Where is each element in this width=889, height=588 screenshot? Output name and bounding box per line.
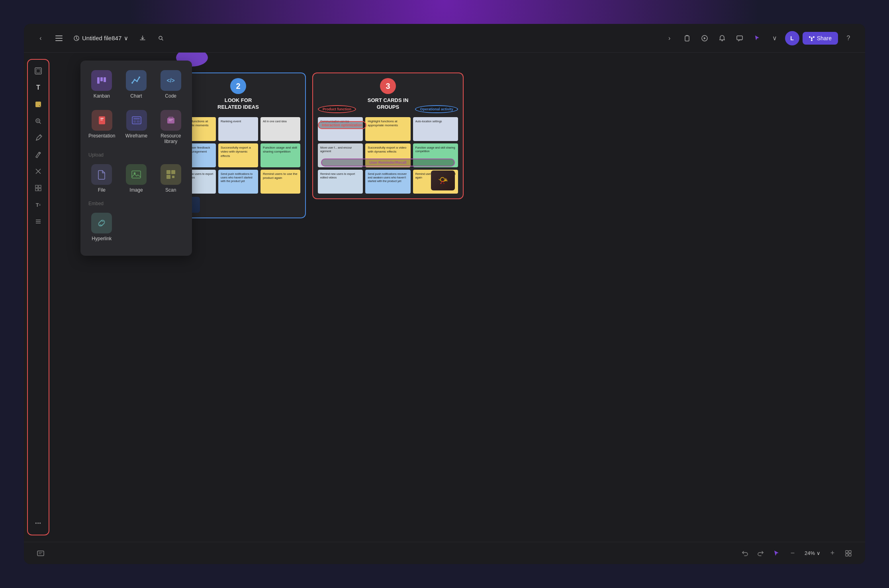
svg-rect-37 bbox=[132, 117, 141, 124]
hyperlink-icon bbox=[91, 213, 112, 233]
expand-button[interactable]: ∨ bbox=[768, 31, 782, 45]
insert-dropdown: Kanban Chart bbox=[80, 61, 192, 256]
svg-rect-39 bbox=[133, 120, 136, 123]
dropdown-apps-grid: Kanban Chart bbox=[87, 67, 186, 102]
svg-point-32 bbox=[136, 80, 138, 82]
kanban-label: Kanban bbox=[94, 93, 110, 99]
app-window: ‹ Untitled file847 ∨ › bbox=[24, 24, 865, 564]
board-3-number: 3 bbox=[380, 78, 396, 94]
svg-point-33 bbox=[139, 76, 140, 78]
toolbar-list[interactable] bbox=[30, 214, 46, 229]
dropdown-chart[interactable]: Chart bbox=[121, 67, 151, 102]
svg-rect-21 bbox=[39, 185, 41, 188]
file-name[interactable]: Untitled file847 ∨ bbox=[70, 33, 131, 43]
scan-label: Scan bbox=[165, 187, 176, 193]
toolbar-template[interactable]: T≡ bbox=[30, 197, 46, 213]
resource-label: Resource library bbox=[158, 133, 184, 144]
svg-rect-54 bbox=[849, 554, 851, 556]
chat-button[interactable] bbox=[732, 31, 747, 45]
dropdown-image[interactable]: Image bbox=[121, 161, 151, 196]
toolbar-search[interactable] bbox=[30, 113, 46, 129]
svg-point-31 bbox=[134, 79, 135, 80]
bottom-bar: − 24% ∨ + bbox=[24, 542, 865, 564]
svg-rect-53 bbox=[846, 554, 848, 556]
help-button[interactable]: ? bbox=[841, 31, 856, 45]
toolbar-marker[interactable] bbox=[30, 147, 46, 163]
cursor-button[interactable] bbox=[750, 31, 764, 45]
back-button[interactable]: ‹ bbox=[33, 31, 48, 45]
toolbar-pen[interactable] bbox=[30, 130, 46, 146]
svg-rect-1 bbox=[55, 38, 63, 39]
sticky-note: Send push notifications to users who hav… bbox=[218, 170, 258, 194]
dropdown-code[interactable]: </> Code bbox=[156, 67, 186, 102]
header-bar: ‹ Untitled file847 ∨ › bbox=[24, 24, 865, 53]
toolbar-connector[interactable] bbox=[30, 163, 46, 179]
notification-button[interactable] bbox=[715, 31, 729, 45]
toolbar-text[interactable]: T bbox=[30, 80, 46, 96]
clipboard-button[interactable] bbox=[680, 31, 694, 45]
svg-rect-36 bbox=[100, 120, 103, 120]
dropdown-file[interactable]: File bbox=[87, 161, 117, 196]
kanban-icon bbox=[91, 70, 112, 91]
toolbar-grid[interactable] bbox=[30, 180, 46, 196]
dropdown-wireframe[interactable]: Wireframe bbox=[121, 107, 151, 147]
code-label: Code bbox=[165, 93, 176, 99]
dropdown-upload-grid: File Image bbox=[87, 161, 186, 196]
sticky-note: Function usage and skill sharing competi… bbox=[260, 143, 300, 167]
sticky-note: Highlight functions at appropriate momen… bbox=[365, 117, 410, 141]
zoom-in-button[interactable]: + bbox=[825, 546, 840, 561]
redo-button[interactable] bbox=[754, 546, 768, 561]
svg-rect-49 bbox=[172, 176, 174, 178]
fit-screen-button[interactable] bbox=[841, 546, 856, 561]
header-right: › ∨ L Share ? bbox=[662, 31, 856, 45]
svg-rect-35 bbox=[100, 118, 104, 119]
download-button[interactable] bbox=[135, 31, 150, 45]
feedback-button[interactable] bbox=[33, 546, 48, 561]
svg-rect-23 bbox=[39, 188, 41, 191]
operational-activity-label: Operational activity bbox=[415, 105, 458, 113]
dropdown-resource[interactable]: Resource library bbox=[156, 107, 186, 147]
scan-icon bbox=[161, 164, 181, 185]
sticky-note: Remind new users to export edited videos bbox=[318, 170, 363, 194]
interaction-optimization-label: Interaction optimization bbox=[318, 121, 366, 129]
svg-rect-38 bbox=[133, 118, 140, 120]
play-button[interactable] bbox=[697, 31, 712, 45]
svg-rect-12 bbox=[35, 68, 41, 74]
menu-button[interactable] bbox=[52, 31, 66, 45]
trumpet-image: 📯 bbox=[431, 171, 455, 190]
share-button[interactable]: Share bbox=[803, 32, 838, 45]
board-2-notes: Highlight functions at appropriate momen… bbox=[176, 117, 300, 194]
dropdown-kanban[interactable]: Kanban bbox=[87, 67, 117, 102]
svg-point-8 bbox=[811, 37, 813, 39]
toolbar-sticky[interactable] bbox=[30, 96, 46, 112]
upload-section-label: Upload bbox=[88, 152, 186, 158]
sticky-note: Successfully export a video with dynamic… bbox=[218, 143, 258, 167]
zoom-level[interactable]: 24% ∨ bbox=[801, 549, 824, 558]
zoom-out-button[interactable]: − bbox=[785, 546, 800, 561]
dropdown-presentation[interactable]: Presentation bbox=[87, 107, 117, 147]
presentation-label: Presentation bbox=[88, 133, 115, 139]
svg-rect-13 bbox=[36, 69, 40, 73]
canvas-area: Kanban Chart bbox=[53, 53, 865, 542]
chart-label: Chart bbox=[130, 93, 142, 99]
toolbar-frame[interactable] bbox=[30, 63, 46, 79]
cursor-mode-button[interactable] bbox=[770, 546, 784, 561]
search-button[interactable] bbox=[154, 31, 168, 45]
user-avatar[interactable]: L bbox=[785, 31, 799, 45]
sticky-note: Ranking event bbox=[218, 117, 258, 141]
dropdown-hyperlink[interactable]: Hyperlink bbox=[87, 210, 117, 245]
svg-rect-29 bbox=[104, 77, 106, 82]
svg-point-30 bbox=[131, 82, 133, 84]
embed-section-label: Embed bbox=[88, 201, 186, 206]
boards-container: Remind users to use the product again Hi… bbox=[100, 73, 861, 538]
nav-arrow-button[interactable]: › bbox=[662, 31, 677, 45]
sticky-note: All in one card idea bbox=[260, 117, 300, 141]
header-left: ‹ Untitled file847 ∨ bbox=[33, 31, 168, 45]
dropdown-scan[interactable]: Scan bbox=[156, 161, 186, 196]
svg-rect-51 bbox=[846, 551, 848, 553]
svg-rect-28 bbox=[100, 77, 103, 81]
toolbar-more[interactable]: ••• bbox=[30, 515, 46, 531]
main-content: T T≡ ••• bbox=[24, 53, 865, 542]
svg-rect-2 bbox=[55, 40, 63, 41]
undo-button[interactable] bbox=[738, 546, 752, 561]
